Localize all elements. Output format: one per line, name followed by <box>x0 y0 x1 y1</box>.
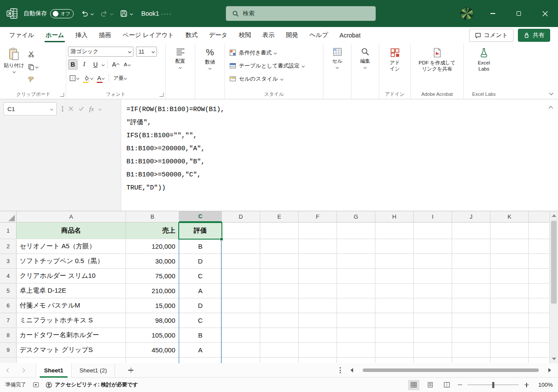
formula-input[interactable]: =IF(ROW(B1:B100)=ROW(B1), "評価", IFS(B1:B… <box>121 99 558 211</box>
row-header-4[interactable]: 4 <box>0 269 17 283</box>
cell-b2[interactable]: 120,000 <box>126 239 179 253</box>
comments-button[interactable]: コメント <box>469 29 514 42</box>
page-layout-view-button[interactable] <box>425 380 436 390</box>
ribbon-tab-formulas[interactable]: 数式 <box>180 27 203 44</box>
save-dropdown-icon[interactable] <box>130 12 133 15</box>
number-format-button[interactable]: % 数値 <box>199 45 221 91</box>
ribbon-tab-draw[interactable]: 描画 <box>93 27 117 44</box>
cell-a4[interactable]: クリアホルダー スリム10 <box>17 269 126 283</box>
empty-cells[interactable] <box>222 298 549 313</box>
cell-a6[interactable]: 付箋メモ パステルM <box>17 298 126 313</box>
ribbon-tab-file[interactable]: ファイル <box>3 27 40 44</box>
row-header-5[interactable]: 5 <box>0 284 17 298</box>
ribbon-tab-view[interactable]: 表示 <box>257 27 280 44</box>
hscroll-left-icon[interactable] <box>350 368 353 372</box>
excel-labs-button[interactable]: Excel Labs <box>473 45 495 91</box>
cell-b7[interactable]: 98,000 <box>126 313 179 328</box>
row-header-1[interactable]: 1 <box>0 223 17 239</box>
cell-a9[interactable]: デスクマット グリップS <box>17 343 126 357</box>
empty-cells[interactable] <box>222 343 549 357</box>
macro-record-icon[interactable] <box>33 382 39 387</box>
italic-button[interactable]: I <box>79 59 89 70</box>
empty-cells[interactable] <box>222 239 549 253</box>
empty-cells[interactable] <box>222 284 549 298</box>
row-header-2[interactable]: 2 <box>0 239 17 253</box>
normal-view-button[interactable] <box>408 380 419 390</box>
empty-cells[interactable] <box>222 313 549 328</box>
column-header-f[interactable]: F <box>299 211 337 222</box>
decrease-font-button[interactable]: A <box>122 59 132 70</box>
font-size-select[interactable]: 11 <box>136 47 157 57</box>
cell-styles-button[interactable]: セルのスタイル <box>227 72 321 85</box>
sheet-area[interactable]: A B C D E F G H I J K 1 商品名 売上 評価 2 セリオノ… <box>0 211 549 363</box>
cell-b4[interactable]: 75,000 <box>126 269 179 283</box>
cells-button[interactable]: セル <box>326 45 349 91</box>
column-header-e[interactable]: E <box>260 211 299 222</box>
add-sheet-button[interactable] <box>126 366 135 375</box>
select-all-corner[interactable] <box>0 211 17 222</box>
save-button[interactable] <box>118 7 129 20</box>
cell-c5[interactable]: A <box>179 284 222 298</box>
autosave-toggle[interactable]: オフ <box>50 9 74 18</box>
redo-dropdown-icon[interactable] <box>110 12 113 15</box>
fill-color-button[interactable] <box>82 73 94 83</box>
cell-b9[interactable]: 450,000 <box>126 343 179 357</box>
fill-handle[interactable] <box>220 237 223 241</box>
empty-cells[interactable] <box>222 223 549 239</box>
underline-dropdown-icon[interactable] <box>102 63 105 66</box>
workbook-title[interactable]: Book1 ···· <box>141 10 172 17</box>
scroll-down-icon[interactable] <box>552 358 556 360</box>
row-header-3[interactable]: 3 <box>0 254 17 268</box>
row-header-10[interactable] <box>0 358 17 363</box>
cell-c9[interactable]: A <box>179 343 222 357</box>
paste-button[interactable]: 貼り付け <box>3 45 25 91</box>
undo-dropdown-icon[interactable] <box>91 12 94 15</box>
sheet-nav-prev[interactable] <box>7 369 10 372</box>
zoom-slider[interactable] <box>467 382 519 388</box>
column-header-h[interactable]: H <box>375 211 414 222</box>
column-header-a[interactable]: A <box>17 211 126 222</box>
conditional-formatting-button[interactable]: 条件付き書式 <box>227 46 321 59</box>
alignment-button[interactable]: 配置 <box>169 45 192 91</box>
sheet-tab-sheet1-2[interactable]: Sheet1 (2) <box>71 363 115 378</box>
column-header-c[interactable]: C <box>179 211 222 222</box>
column-header-d[interactable]: D <box>222 211 260 222</box>
ribbon-tab-data[interactable]: データ <box>203 27 233 44</box>
autosave-control[interactable]: 自動保存 オフ <box>24 9 74 18</box>
editing-button[interactable]: 編集 <box>354 45 377 91</box>
format-as-table-button[interactable]: テーブルとして書式設定 <box>227 59 321 72</box>
empty-cells[interactable] <box>222 328 549 342</box>
cell-b1[interactable]: 売上 <box>126 223 179 239</box>
vertical-scrollbar[interactable] <box>549 211 558 363</box>
bold-button[interactable]: B <box>68 59 78 70</box>
redo-button[interactable] <box>99 7 110 20</box>
column-header-g[interactable]: G <box>337 211 375 222</box>
font-name-select[interactable]: 游ゴシック <box>68 47 133 57</box>
cut-button[interactable] <box>27 50 39 58</box>
cell-a8[interactable]: カードタワー名刺ホルダー <box>17 328 126 342</box>
cell-b6[interactable]: 15,000 <box>126 298 179 313</box>
cell-c1-selected[interactable]: 評価 <box>179 223 222 239</box>
cell-b8[interactable]: 105,000 <box>126 328 179 342</box>
enter-button[interactable] <box>78 106 84 112</box>
column-header-k[interactable]: K <box>490 211 529 222</box>
vertical-scrollbar-thumb[interactable] <box>551 221 557 304</box>
avatar[interactable] <box>460 7 473 20</box>
create-pdf-button[interactable]: PDF を作成してリンクを共有 <box>415 45 459 91</box>
accessibility-status[interactable]: アクセシビリティ: 検討が必要です <box>46 381 138 389</box>
row-header-9[interactable]: 9 <box>0 343 17 357</box>
phonetic-button[interactable]: ア亜 <box>112 73 128 83</box>
scroll-up-icon[interactable] <box>552 214 556 217</box>
ribbon-tab-page-layout[interactable]: ページ レイアウト <box>117 27 180 44</box>
hscroll-right-icon[interactable] <box>548 368 551 372</box>
empty-cell[interactable] <box>126 358 179 363</box>
row-header-6[interactable]: 6 <box>0 298 17 313</box>
cell-c6[interactable]: D <box>179 298 222 313</box>
dialog-launcher-icon[interactable] <box>60 93 64 97</box>
zoom-out-button[interactable] <box>458 385 462 385</box>
sheet-tab-sheet1[interactable]: Sheet1 <box>36 363 71 378</box>
name-box[interactable]: C1 <box>3 102 57 115</box>
cell-b5[interactable]: 210,000 <box>126 284 179 298</box>
cell-a2[interactable]: セリオノート A5（方眼） <box>17 239 126 253</box>
empty-cells[interactable] <box>222 269 549 283</box>
